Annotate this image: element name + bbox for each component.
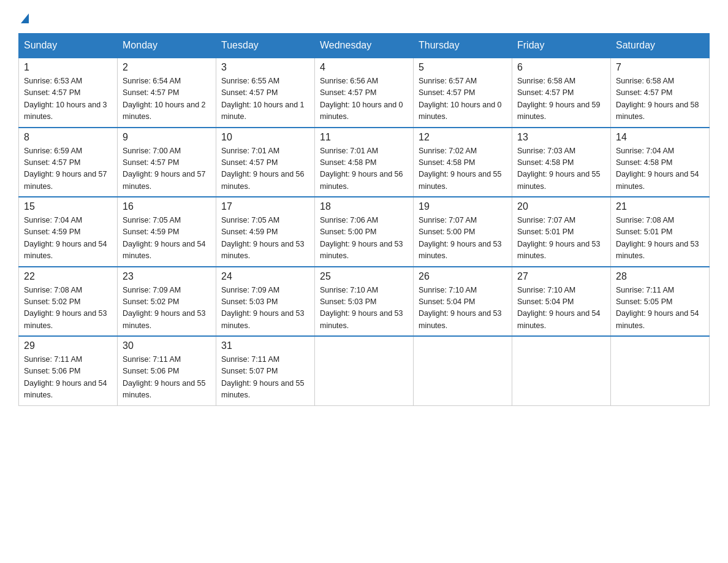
empty-cell-w4-d3	[315, 336, 414, 405]
day-number: 29	[24, 340, 112, 351]
day-cell-5: 5 Sunrise: 6:57 AMSunset: 4:57 PMDayligh…	[414, 58, 512, 128]
day-cell-24: 24 Sunrise: 7:09 AMSunset: 5:03 PMDaylig…	[216, 267, 315, 337]
day-cell-22: 22 Sunrise: 7:08 AMSunset: 5:02 PMDaylig…	[19, 267, 118, 337]
header-thursday: Thursday	[414, 34, 512, 58]
calendar-table: SundayMondayTuesdayWednesdayThursdayFrid…	[18, 33, 710, 406]
calendar-header-row: SundayMondayTuesdayWednesdayThursdayFrid…	[19, 34, 710, 58]
day-number: 19	[419, 201, 507, 212]
day-info: Sunrise: 7:06 AMSunset: 5:00 PMDaylight:…	[320, 215, 408, 262]
day-cell-23: 23 Sunrise: 7:09 AMSunset: 5:02 PMDaylig…	[118, 267, 216, 337]
header-monday: Monday	[118, 34, 216, 58]
day-info: Sunrise: 7:08 AMSunset: 5:01 PMDaylight:…	[616, 215, 704, 262]
day-info: Sunrise: 7:09 AMSunset: 5:03 PMDaylight:…	[221, 285, 309, 332]
day-number: 27	[517, 271, 605, 282]
day-number: 1	[24, 62, 112, 73]
day-number: 26	[419, 271, 507, 282]
day-number: 20	[517, 201, 605, 212]
day-number: 2	[123, 62, 211, 73]
day-info: Sunrise: 7:10 AMSunset: 5:04 PMDaylight:…	[419, 285, 507, 332]
empty-cell-w4-d6	[611, 336, 710, 405]
day-number: 9	[123, 132, 211, 143]
header-saturday: Saturday	[611, 34, 710, 58]
day-number: 7	[616, 62, 704, 73]
week-row-3: 15 Sunrise: 7:04 AMSunset: 4:59 PMDaylig…	[19, 197, 710, 267]
week-row-5: 29 Sunrise: 7:11 AMSunset: 5:06 PMDaylig…	[19, 336, 710, 405]
day-cell-11: 11 Sunrise: 7:01 AMSunset: 4:58 PMDaylig…	[315, 128, 414, 197]
day-number: 25	[320, 271, 408, 282]
week-row-2: 8 Sunrise: 6:59 AMSunset: 4:57 PMDayligh…	[19, 128, 710, 197]
day-number: 12	[419, 132, 507, 143]
day-info: Sunrise: 6:59 AMSunset: 4:57 PMDaylight:…	[24, 145, 112, 193]
day-info: Sunrise: 6:58 AMSunset: 4:57 PMDaylight:…	[517, 75, 605, 123]
day-cell-4: 4 Sunrise: 6:56 AMSunset: 4:57 PMDayligh…	[315, 58, 414, 128]
day-number: 21	[616, 201, 704, 212]
day-info: Sunrise: 7:04 AMSunset: 4:59 PMDaylight:…	[24, 215, 112, 262]
empty-cell-w4-d4	[414, 336, 512, 405]
week-row-4: 22 Sunrise: 7:08 AMSunset: 5:02 PMDaylig…	[19, 267, 710, 337]
day-number: 11	[320, 132, 408, 143]
day-number: 24	[221, 271, 309, 282]
day-cell-27: 27 Sunrise: 7:10 AMSunset: 5:04 PMDaylig…	[512, 267, 611, 337]
day-number: 18	[320, 201, 408, 212]
day-number: 31	[221, 340, 309, 351]
day-info: Sunrise: 7:11 AMSunset: 5:07 PMDaylight:…	[221, 354, 309, 402]
day-number: 22	[24, 271, 112, 282]
day-info: Sunrise: 7:07 AMSunset: 5:01 PMDaylight:…	[517, 215, 605, 262]
day-cell-25: 25 Sunrise: 7:10 AMSunset: 5:03 PMDaylig…	[315, 267, 414, 337]
day-info: Sunrise: 6:57 AMSunset: 4:57 PMDaylight:…	[419, 75, 507, 123]
day-number: 23	[123, 271, 211, 282]
day-info: Sunrise: 6:56 AMSunset: 4:57 PMDaylight:…	[320, 75, 408, 123]
day-cell-17: 17 Sunrise: 7:05 AMSunset: 4:59 PMDaylig…	[216, 197, 315, 267]
day-cell-1: 1 Sunrise: 6:53 AMSunset: 4:57 PMDayligh…	[19, 58, 118, 128]
day-cell-8: 8 Sunrise: 6:59 AMSunset: 4:57 PMDayligh…	[19, 128, 118, 197]
day-number: 10	[221, 132, 309, 143]
day-number: 16	[123, 201, 211, 212]
week-row-1: 1 Sunrise: 6:53 AMSunset: 4:57 PMDayligh…	[19, 58, 710, 128]
day-cell-14: 14 Sunrise: 7:04 AMSunset: 4:58 PMDaylig…	[611, 128, 710, 197]
day-cell-30: 30 Sunrise: 7:11 AMSunset: 5:06 PMDaylig…	[118, 336, 216, 405]
day-info: Sunrise: 7:05 AMSunset: 4:59 PMDaylight:…	[123, 215, 211, 262]
empty-cell-w4-d5	[512, 336, 611, 405]
logo	[18, 12, 29, 22]
day-info: Sunrise: 7:01 AMSunset: 4:58 PMDaylight:…	[320, 145, 408, 193]
day-number: 13	[517, 132, 605, 143]
day-info: Sunrise: 7:03 AMSunset: 4:58 PMDaylight:…	[517, 145, 605, 193]
day-info: Sunrise: 7:01 AMSunset: 4:57 PMDaylight:…	[221, 145, 309, 193]
day-cell-19: 19 Sunrise: 7:07 AMSunset: 5:00 PMDaylig…	[414, 197, 512, 267]
day-cell-26: 26 Sunrise: 7:10 AMSunset: 5:04 PMDaylig…	[414, 267, 512, 337]
logo-triangle-icon	[21, 13, 29, 23]
header-tuesday: Tuesday	[216, 34, 315, 58]
day-info: Sunrise: 7:11 AMSunset: 5:06 PMDaylight:…	[24, 354, 112, 402]
day-cell-7: 7 Sunrise: 6:58 AMSunset: 4:57 PMDayligh…	[611, 58, 710, 128]
page-header	[18, 12, 710, 22]
day-info: Sunrise: 7:09 AMSunset: 5:02 PMDaylight:…	[123, 285, 211, 332]
day-info: Sunrise: 7:02 AMSunset: 4:58 PMDaylight:…	[419, 145, 507, 193]
day-cell-21: 21 Sunrise: 7:08 AMSunset: 5:01 PMDaylig…	[611, 197, 710, 267]
day-cell-9: 9 Sunrise: 7:00 AMSunset: 4:57 PMDayligh…	[118, 128, 216, 197]
day-info: Sunrise: 6:58 AMSunset: 4:57 PMDaylight:…	[616, 75, 704, 123]
day-number: 15	[24, 201, 112, 212]
day-cell-3: 3 Sunrise: 6:55 AMSunset: 4:57 PMDayligh…	[216, 58, 315, 128]
day-cell-18: 18 Sunrise: 7:06 AMSunset: 5:00 PMDaylig…	[315, 197, 414, 267]
day-cell-2: 2 Sunrise: 6:54 AMSunset: 4:57 PMDayligh…	[118, 58, 216, 128]
day-info: Sunrise: 7:10 AMSunset: 5:03 PMDaylight:…	[320, 285, 408, 332]
day-info: Sunrise: 7:07 AMSunset: 5:00 PMDaylight:…	[419, 215, 507, 262]
day-cell-20: 20 Sunrise: 7:07 AMSunset: 5:01 PMDaylig…	[512, 197, 611, 267]
day-info: Sunrise: 6:54 AMSunset: 4:57 PMDaylight:…	[123, 75, 211, 123]
day-number: 4	[320, 62, 408, 73]
day-number: 14	[616, 132, 704, 143]
header-wednesday: Wednesday	[315, 34, 414, 58]
day-cell-6: 6 Sunrise: 6:58 AMSunset: 4:57 PMDayligh…	[512, 58, 611, 128]
day-number: 3	[221, 62, 309, 73]
day-info: Sunrise: 6:55 AMSunset: 4:57 PMDaylight:…	[221, 75, 309, 123]
day-info: Sunrise: 7:10 AMSunset: 5:04 PMDaylight:…	[517, 285, 605, 332]
day-info: Sunrise: 7:11 AMSunset: 5:06 PMDaylight:…	[123, 354, 211, 402]
day-cell-10: 10 Sunrise: 7:01 AMSunset: 4:57 PMDaylig…	[216, 128, 315, 197]
day-info: Sunrise: 7:04 AMSunset: 4:58 PMDaylight:…	[616, 145, 704, 193]
day-cell-13: 13 Sunrise: 7:03 AMSunset: 4:58 PMDaylig…	[512, 128, 611, 197]
day-number: 8	[24, 132, 112, 143]
header-friday: Friday	[512, 34, 611, 58]
day-info: Sunrise: 7:08 AMSunset: 5:02 PMDaylight:…	[24, 285, 112, 332]
day-info: Sunrise: 7:00 AMSunset: 4:57 PMDaylight:…	[123, 145, 211, 193]
header-sunday: Sunday	[19, 34, 118, 58]
